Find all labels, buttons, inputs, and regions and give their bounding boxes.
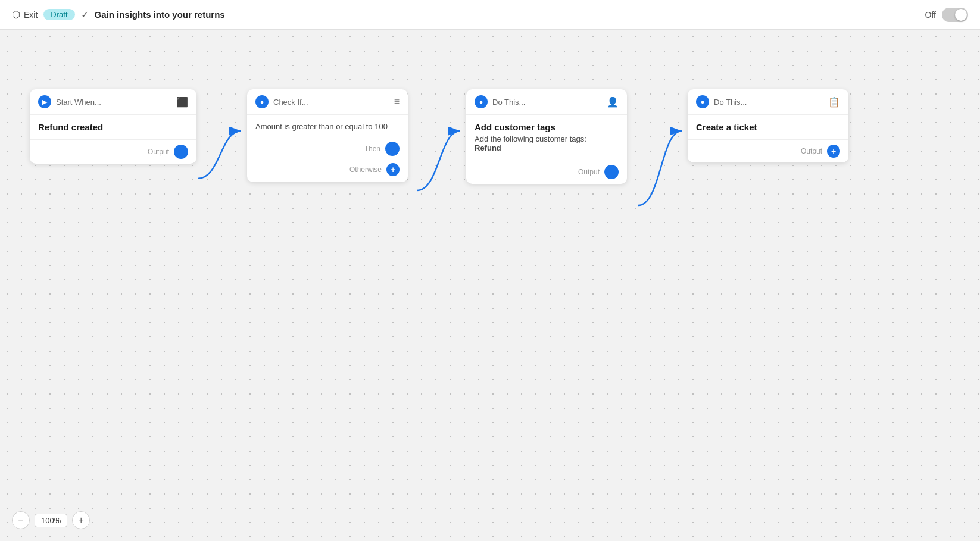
start-node-body: Refund created	[30, 115, 196, 139]
start-output-dot[interactable]	[174, 145, 188, 159]
action1-subtitle: Add the following customer tags: Refund	[475, 135, 619, 152]
start-node-header: ▶ Start When... ⬛	[30, 89, 196, 115]
action1-node-body: Add customer tags Add the following cust…	[466, 115, 627, 160]
then-label: Then	[364, 145, 380, 153]
action1-icon: ●	[475, 95, 488, 108]
action1-node-action-icon[interactable]: 👤	[607, 96, 619, 108]
check-node[interactable]: ● Check If... ≡ Amount is greater than o…	[247, 89, 408, 182]
action2-header-label: Do This...	[714, 98, 823, 107]
check-node-body: Amount is greater than or equal to 100	[247, 115, 408, 138]
action1-title[interactable]: Add customer tags	[475, 122, 619, 132]
check-node-header: ● Check If... ≡	[247, 89, 408, 115]
check-otherwise-footer: Otherwise +	[247, 160, 408, 182]
otherwise-add-dot[interactable]: +	[386, 163, 400, 176]
header-right: Off	[925, 8, 968, 22]
check-if-icon: ●	[255, 95, 269, 108]
action1-output-label: Output	[578, 168, 600, 176]
canvas[interactable]: ▶ Start When... ⬛ Refund created Output …	[0, 30, 980, 541]
action1-node[interactable]: ● Do This... 👤 Add customer tags Add the…	[466, 89, 627, 184]
action2-node-body: Create a ticket	[688, 115, 848, 139]
toggle-switch[interactable]	[942, 8, 968, 22]
start-node-title[interactable]: Refund created	[38, 122, 188, 132]
start-output-label: Output	[148, 148, 169, 156]
action1-tag: Refund	[475, 143, 501, 152]
check-node-action-icon[interactable]: ≡	[394, 96, 400, 107]
action1-output-dot[interactable]	[604, 165, 619, 179]
zoom-value: 100%	[35, 514, 67, 527]
draft-badge[interactable]: Draft	[43, 9, 74, 20]
zoom-out-button[interactable]: −	[12, 511, 30, 529]
exit-icon: ⬡	[12, 9, 20, 20]
check-icon: ✓	[81, 9, 89, 20]
start-node[interactable]: ▶ Start When... ⬛ Refund created Output	[30, 89, 196, 164]
action2-title[interactable]: Create a ticket	[696, 122, 840, 132]
zoom-in-button[interactable]: +	[72, 511, 90, 529]
then-output-dot[interactable]	[385, 142, 400, 156]
zoom-controls: − 100% +	[12, 511, 90, 529]
workflow-title: Gain insights into your returns	[95, 10, 225, 20]
start-node-action-icon[interactable]: ⬛	[176, 96, 188, 108]
action2-node-footer: Output +	[688, 139, 848, 162]
action2-icon: ●	[696, 95, 709, 108]
check-then-footer: Then	[247, 138, 408, 160]
action2-add-dot[interactable]: +	[827, 145, 840, 158]
otherwise-label: Otherwise	[349, 165, 382, 174]
header-left: ⬡ Exit Draft ✓ Gain insights into your r…	[12, 9, 918, 20]
action2-node[interactable]: ● Do This... 📋 Create a ticket Output +	[688, 89, 848, 162]
start-header-label: Start When...	[56, 98, 171, 107]
exit-button[interactable]: ⬡ Exit	[12, 9, 38, 20]
check-condition: Amount is greater than or equal to 100	[255, 122, 400, 131]
action2-node-header: ● Do This... 📋	[688, 89, 848, 115]
action1-node-header: ● Do This... 👤	[466, 89, 627, 115]
check-header-label: Check If...	[273, 98, 389, 107]
action1-header-label: Do This...	[492, 98, 602, 107]
off-label: Off	[925, 10, 936, 20]
header: ⬡ Exit Draft ✓ Gain insights into your r…	[0, 0, 980, 30]
exit-label[interactable]: Exit	[24, 10, 38, 20]
action2-node-action-icon[interactable]: 📋	[828, 96, 840, 108]
action2-output-label: Output	[801, 147, 822, 155]
start-node-footer: Output	[30, 139, 196, 164]
play-icon: ▶	[38, 95, 51, 108]
action1-node-footer: Output	[466, 160, 627, 184]
